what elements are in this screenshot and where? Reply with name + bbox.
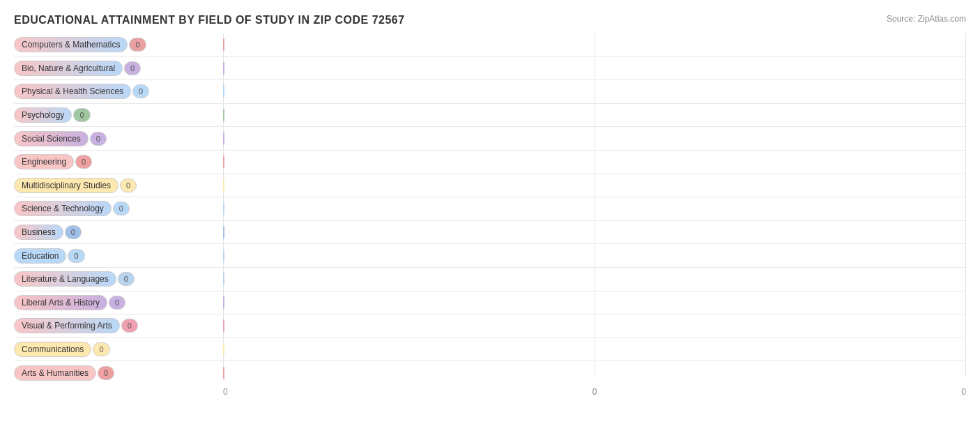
bar-track [223, 109, 966, 121]
bar-track [223, 62, 966, 75]
bar-fill [223, 62, 224, 75]
label-area: Engineering0 [14, 154, 223, 169]
bar-fill [223, 226, 224, 238]
bar-rows: Computers & Mathematics0Bio, Nature & Ag… [14, 33, 966, 384]
label-area: Science & Technology0 [14, 201, 223, 216]
bar-row: Education0 [14, 244, 966, 268]
bar-track [223, 296, 966, 309]
bar-fill [223, 343, 224, 356]
bar-fill [223, 109, 224, 121]
bar-fill [223, 179, 224, 192]
bar-row: Literature & Languages0 [14, 268, 966, 291]
bar-fill [223, 296, 224, 309]
bar-value-badge: 0 [118, 272, 135, 286]
label-area: Psychology0 [14, 107, 223, 123]
bar-value-badge: 0 [65, 225, 82, 239]
bar-row: Bio, Nature & Agricultural0 [14, 57, 966, 81]
bar-label-pill: Business [14, 225, 63, 240]
bar-row: Arts & Humanities0 [14, 361, 966, 384]
bar-fill [223, 38, 224, 51]
bar-track [223, 273, 966, 285]
bar-row: Visual & Performing Arts0 [14, 314, 966, 338]
bar-label-pill: Physical & Health Sciences [14, 84, 131, 99]
bar-label-pill: Arts & Humanities [14, 365, 96, 381]
bar-value-badge: 0 [113, 202, 130, 215]
bar-value-badge: 0 [68, 249, 84, 263]
x-axis-label: 0 [961, 387, 966, 397]
bar-row: Engineering0 [14, 151, 966, 174]
label-area: Business0 [14, 225, 223, 240]
bar-value-badge: 0 [98, 366, 114, 380]
bar-label-pill: Communications [14, 342, 91, 357]
bar-track [223, 319, 966, 332]
bar-label-pill: Multidisciplinary Studies [14, 178, 118, 193]
bar-row: Science & Technology0 [14, 197, 966, 221]
bar-value-badge: 0 [129, 38, 146, 52]
bar-value-badge: 0 [124, 61, 141, 75]
label-area: Multidisciplinary Studies0 [14, 178, 223, 193]
label-area: Literature & Languages0 [14, 271, 223, 287]
chart-title: EDUCATIONAL ATTAINMENT BY FIELD OF STUDY… [14, 14, 966, 26]
label-area: Bio, Nature & Agricultural0 [14, 61, 223, 76]
bar-track [223, 132, 966, 145]
chart-source: Source: ZipAtlas.com [887, 14, 966, 24]
bar-row: Liberal Arts & History0 [14, 291, 966, 315]
bar-fill [223, 319, 224, 332]
bar-label-pill: Social Sciences [14, 131, 89, 146]
x-axis-label: 0 [223, 387, 228, 397]
bar-fill [223, 250, 224, 262]
bar-fill [223, 85, 224, 98]
label-area: Visual & Performing Arts0 [14, 318, 223, 333]
bar-track [223, 85, 966, 98]
bar-value-badge: 0 [73, 108, 90, 122]
bar-row: Business0 [14, 221, 966, 245]
bar-label-pill: Education [14, 248, 66, 264]
bar-track [223, 226, 966, 238]
label-area: Liberal Arts & History0 [14, 295, 223, 310]
bar-track [223, 38, 966, 51]
bar-track [223, 367, 966, 379]
bar-label-pill: Liberal Arts & History [14, 295, 107, 310]
bar-label-pill: Computers & Mathematics [14, 37, 128, 52]
bar-label-pill: Psychology [14, 107, 72, 123]
bar-value-badge: 0 [132, 84, 149, 98]
bar-track [223, 202, 966, 215]
bar-row: Communications0 [14, 338, 966, 362]
label-area: Education0 [14, 248, 223, 264]
bar-value-badge: 0 [120, 179, 137, 192]
bar-row: Computers & Mathematics0 [14, 33, 966, 57]
label-area: Communications0 [14, 342, 223, 357]
x-axis: 000 [223, 384, 966, 397]
bar-value-badge: 0 [93, 342, 109, 356]
label-area: Arts & Humanities0 [14, 365, 223, 381]
bar-fill [223, 273, 224, 285]
label-area: Social Sciences0 [14, 131, 223, 146]
bar-row: Physical & Health Sciences0 [14, 80, 966, 104]
bar-value-badge: 0 [121, 319, 138, 333]
bar-label-pill: Literature & Languages [14, 271, 116, 287]
bar-row: Social Sciences0 [14, 127, 966, 151]
bar-label-pill: Bio, Nature & Agricultural [14, 61, 123, 76]
bar-track [223, 179, 966, 192]
label-area: Computers & Mathematics0 [14, 37, 223, 52]
bar-fill [223, 155, 224, 168]
bar-label-pill: Engineering [14, 154, 74, 169]
chart-area: Computers & Mathematics0Bio, Nature & Ag… [14, 33, 966, 397]
bar-track [223, 343, 966, 356]
bar-row: Psychology0 [14, 104, 966, 128]
chart-container: EDUCATIONAL ATTAINMENT BY FIELD OF STUDY… [0, 0, 980, 440]
bar-value-badge: 0 [75, 155, 92, 169]
bar-label-pill: Visual & Performing Arts [14, 318, 120, 333]
x-axis-label: 0 [592, 387, 597, 397]
bar-track [223, 155, 966, 168]
bar-value-badge: 0 [109, 296, 125, 310]
label-area: Physical & Health Sciences0 [14, 84, 223, 99]
bar-track [223, 250, 966, 262]
bar-row: Multidisciplinary Studies0 [14, 174, 966, 198]
bar-fill [223, 367, 224, 379]
bar-fill [223, 202, 224, 215]
bar-fill [223, 132, 224, 145]
bar-value-badge: 0 [90, 132, 107, 146]
bar-label-pill: Science & Technology [14, 201, 112, 216]
